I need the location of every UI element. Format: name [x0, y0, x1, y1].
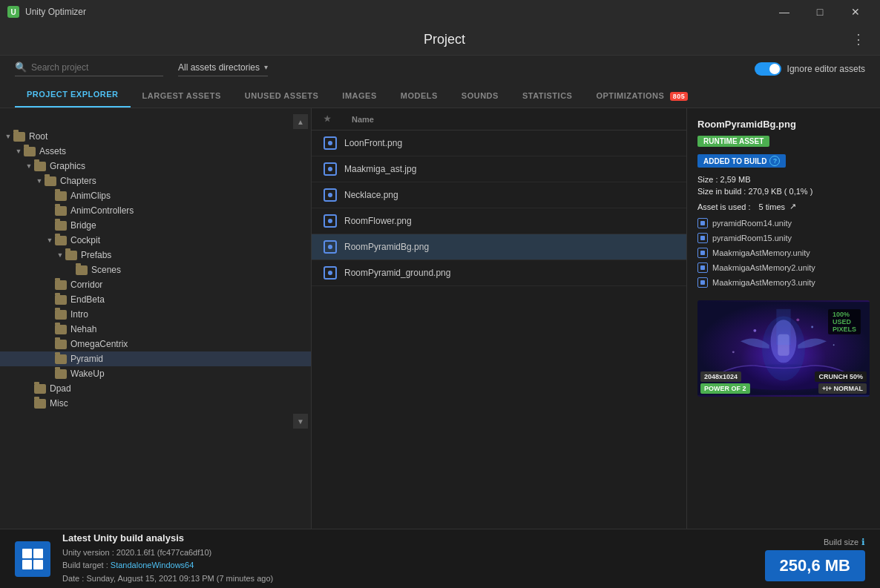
svg-point-7	[811, 326, 813, 328]
tree-item-intro[interactable]: Intro	[0, 307, 311, 322]
tab-models[interactable]: MODELS	[389, 84, 450, 108]
scene-icon	[697, 218, 708, 228]
added-to-build-badge: ADDED TO BUILD ?	[697, 154, 786, 168]
tree-item-pyramid[interactable]: Pyramid	[0, 351, 311, 366]
tree-label: AnimClips	[70, 191, 111, 201]
search-input[interactable]	[31, 62, 150, 73]
tree-item-omegacentrix[interactable]: OmegaCentrix	[0, 337, 311, 351]
tab-images[interactable]: IMAGES	[330, 84, 388, 108]
toggle-wrap: Ignore editor assets	[755, 62, 865, 76]
tree-item-scenes[interactable]: Scenes	[0, 262, 311, 277]
tree-arrow	[24, 398, 34, 409]
tree-item-root[interactable]: ▼ Root	[0, 129, 311, 144]
main-content: ▲ ▼ Root ▼ Assets ▼ Graphics ▼ Chapters …	[0, 108, 880, 529]
tree-arrow	[45, 220, 55, 231]
dropdown-label: All assets directories	[178, 62, 260, 73]
tab-project-explorer[interactable]: PROJECT EXPLORER	[15, 82, 131, 108]
tab-sounds[interactable]: SOUNDS	[450, 84, 510, 108]
tab-label: LARGEST ASSETS	[142, 91, 221, 100]
folder-icon	[13, 132, 25, 142]
toggle-label: Ignore editor assets	[787, 64, 865, 74]
folder-icon	[55, 236, 67, 245]
tab-largest-assets[interactable]: LARGEST ASSETS	[131, 84, 233, 108]
file-name: LoonFront.png	[344, 138, 402, 148]
scene-item-0: pyramidRoom14.unity	[697, 216, 870, 231]
scroll-up-button[interactable]: ▲	[293, 114, 308, 129]
tree-item-nehah[interactable]: Nehah	[0, 322, 311, 337]
footer-build-target: Build target : StandaloneWindows64	[62, 559, 753, 572]
page-title: Project	[37, 32, 852, 47]
scene-icon	[697, 233, 708, 243]
tree-item-animclips[interactable]: AnimClips	[0, 188, 311, 203]
tree-label: Prefabs	[81, 250, 111, 260]
external-link-icon[interactable]: ↗	[789, 202, 796, 211]
svg-point-8	[732, 351, 735, 353]
svg-point-6	[753, 329, 756, 332]
scene-list: pyramidRoom14.unity pyramidRoom15.unity …	[697, 216, 870, 290]
svg-rect-11	[776, 309, 790, 345]
tabs-bar: PROJECT EXPLORER LARGEST ASSETS UNUSED A…	[0, 82, 880, 108]
file-row-roompyramidground[interactable]: RoomPyramid_ground.png	[312, 260, 686, 286]
tree-item-chapters[interactable]: ▼ Chapters	[0, 174, 311, 188]
tree-item-misc[interactable]: Misc	[0, 396, 311, 411]
tree-item-endbeta[interactable]: EndBeta	[0, 292, 311, 307]
chevron-down-icon: ▾	[264, 63, 268, 71]
tree-item-animcontrollers[interactable]: AnimControllers	[0, 203, 311, 218]
windows-icon	[15, 541, 50, 577]
tree-item-corridor[interactable]: Corridor	[0, 277, 311, 292]
file-row-roompyramidbg[interactable]: RoomPyramidBg.png	[312, 234, 686, 260]
crunch-badge: CRUNCH 50%	[815, 371, 867, 382]
tree-item-cockpit[interactable]: ▼ Cockpit	[0, 233, 311, 248]
tree-item-bridge[interactable]: Bridge	[0, 218, 311, 233]
file-name: Necklace.png	[344, 190, 398, 200]
folder-icon	[55, 325, 67, 334]
footer-info: Latest Unity build analysis Unity versio…	[62, 532, 753, 586]
close-button[interactable]: ✕	[838, 0, 873, 24]
file-name: RoomPyramidBg.png	[344, 242, 429, 252]
tab-unused-assets[interactable]: UNUSED ASSETS	[233, 84, 331, 108]
tab-statistics[interactable]: STATISTICS	[510, 84, 585, 108]
minimize-button[interactable]: —	[767, 0, 801, 24]
tree-arrow: ▼	[34, 176, 45, 186]
header: Project ⋮	[0, 24, 880, 56]
tab-optimizations[interactable]: OPTIMIZATIONS 805	[584, 84, 700, 108]
scroll-down-button[interactable]: ▼	[293, 414, 308, 429]
maximize-button[interactable]: □	[803, 0, 837, 24]
file-icon	[324, 240, 337, 254]
file-row-necklace[interactable]: Necklace.png	[312, 182, 686, 208]
tree-item-wakeup[interactable]: WakeUp	[0, 366, 311, 381]
file-icon	[324, 188, 337, 202]
directory-dropdown[interactable]: All assets directories ▾	[178, 62, 268, 76]
file-row-loonfront[interactable]: LoonFront.png	[312, 131, 686, 156]
folder-icon	[24, 147, 36, 156]
file-row-maakmiga[interactable]: Maakmiga_ast.jpg	[312, 156, 686, 182]
tree-label: Graphics	[50, 161, 85, 171]
tree-item-graphics[interactable]: ▼ Graphics	[0, 159, 311, 174]
tree-item-prefabs[interactable]: ▼ Prefabs	[0, 248, 311, 262]
help-icon[interactable]: ?	[769, 156, 780, 166]
tab-label: OPTIMIZATIONS	[596, 91, 664, 100]
more-icon[interactable]: ⋮	[852, 31, 865, 47]
tab-label: SOUNDS	[462, 91, 499, 100]
tree-arrow	[45, 280, 55, 290]
toolbar: 🔍 All assets directories ▾ Ignore editor…	[0, 56, 880, 82]
ignore-editor-toggle[interactable]	[755, 62, 781, 76]
search-icon: 🔍	[15, 62, 27, 73]
folder-icon	[55, 369, 67, 379]
tree-arrow	[45, 205, 55, 216]
footer-title: Latest Unity build analysis	[62, 532, 753, 544]
file-row-roomflower[interactable]: RoomFlower.png	[312, 208, 686, 234]
tree-item-assets[interactable]: ▼ Assets	[0, 144, 311, 159]
detail-size-in-build: Size in build : 270,9 KB ( 0,1% )	[697, 187, 870, 196]
folder-icon	[34, 384, 46, 394]
file-name: RoomFlower.png	[344, 216, 412, 226]
build-size-display: 250,6 MB	[765, 550, 865, 581]
tree-arrow: ▼	[24, 161, 34, 171]
svg-point-9	[833, 344, 835, 346]
scene-label: MaakmigaAstMemory3.unity	[712, 278, 815, 287]
info-icon[interactable]: ℹ	[861, 537, 865, 547]
tab-label: STATISTICS	[522, 91, 573, 100]
power-of-2-badge: POWER OF 2	[700, 383, 750, 394]
tree-item-dpad[interactable]: Dpad	[0, 381, 311, 396]
scene-label: pyramidRoom15.unity	[712, 234, 792, 242]
